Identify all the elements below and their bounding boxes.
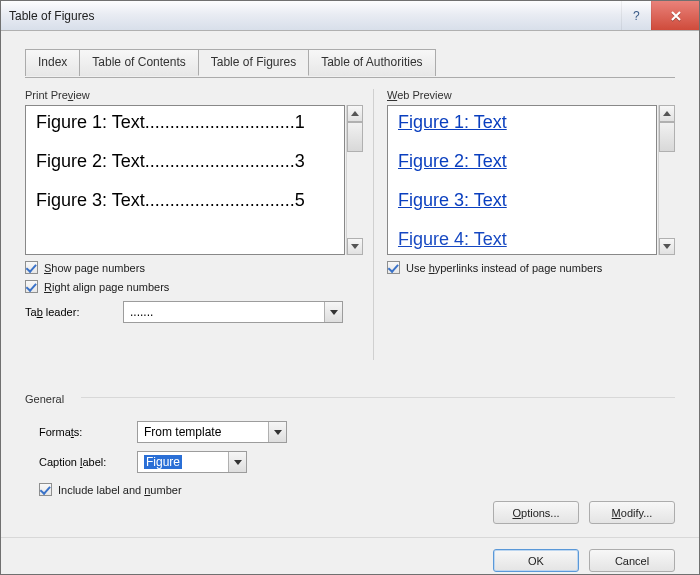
formats-select[interactable]: From template — [137, 421, 287, 443]
scroll-down-button[interactable] — [659, 238, 675, 255]
print-preview-wrap: Figure 1: Text..........................… — [25, 105, 363, 255]
scroll-up-button[interactable] — [347, 105, 363, 122]
tab-index[interactable]: Index — [25, 49, 80, 76]
close-icon — [670, 10, 682, 22]
checkbox-label: Use hyperlinks instead of page numbers — [406, 262, 602, 274]
titlebar: Table of Figures ? — [1, 1, 699, 31]
web-preview-wrap: Figure 1: Text Figure 2: Text Figure 3: … — [387, 105, 675, 255]
web-preview-label: Web Preview — [387, 89, 675, 101]
tab-table-of-contents[interactable]: Table of Contents — [79, 49, 198, 76]
tab-strip: Index Table of Contents Table of Figures… — [25, 49, 675, 76]
print-preview-label: Print Preview — [25, 89, 363, 101]
general-label: General — [25, 393, 64, 405]
window-title: Table of Figures — [9, 9, 621, 23]
checkbox-label: Right align page numbers — [44, 281, 169, 293]
show-page-numbers-checkbox[interactable]: Show page numbers — [25, 261, 363, 274]
options-button[interactable]: Options... — [493, 501, 579, 524]
scroll-thumb[interactable] — [347, 122, 363, 152]
cancel-button[interactable]: Cancel — [589, 549, 675, 572]
svg-text:?: ? — [633, 9, 640, 23]
web-scrollbar[interactable] — [658, 105, 675, 255]
vertical-divider — [373, 89, 374, 360]
print-scrollbar[interactable] — [346, 105, 363, 255]
tab-bottom-line — [25, 77, 675, 78]
scroll-thumb[interactable] — [659, 122, 675, 152]
use-hyperlinks-checkbox[interactable]: Use hyperlinks instead of page numbers — [387, 261, 675, 274]
tab-leader-label: Tab leader: — [25, 306, 115, 318]
general-body: Formats: From template Caption label: Fi… — [25, 421, 675, 496]
print-entry: Figure 1: Text..........................… — [32, 110, 338, 135]
right-align-checkbox[interactable]: Right align page numbers — [25, 280, 363, 293]
tab-leader-row: Tab leader: ....... — [25, 301, 363, 323]
caption-label-row: Caption label: Figure — [39, 451, 675, 473]
options-modify-row: Options... Modify... — [493, 501, 675, 524]
caption-label-label: Caption label: — [39, 456, 129, 468]
content-area: Index Table of Contents Table of Figures… — [1, 31, 699, 574]
tab-leader-select[interactable]: ....... — [123, 301, 343, 323]
scroll-up-button[interactable] — [659, 105, 675, 122]
checkbox-icon — [25, 261, 38, 274]
chevron-down-icon — [228, 452, 246, 472]
checkbox-icon — [387, 261, 400, 274]
ok-button[interactable]: OK — [493, 549, 579, 572]
tab-panel: Print Preview Figure 1: Text............… — [25, 89, 675, 560]
web-entry: Figure 1: Text — [394, 110, 650, 135]
include-label-checkbox[interactable]: Include label and number — [39, 483, 675, 496]
tab-table-of-figures[interactable]: Table of Figures — [198, 49, 309, 76]
checkbox-label: Show page numbers — [44, 262, 145, 274]
print-preview-section: Print Preview Figure 1: Text............… — [25, 89, 363, 323]
web-preview-box: Figure 1: Text Figure 2: Text Figure 3: … — [387, 105, 657, 255]
caption-label-select[interactable]: Figure — [137, 451, 247, 473]
scroll-down-button[interactable] — [347, 238, 363, 255]
formats-label: Formats: — [39, 426, 129, 438]
tab-table-of-authorities[interactable]: Table of Authorities — [308, 49, 435, 76]
close-button[interactable] — [651, 1, 699, 30]
checkbox-icon — [39, 483, 52, 496]
checkbox-icon — [25, 280, 38, 293]
separator-line — [81, 397, 675, 398]
print-entry: Figure 3: Text..........................… — [32, 188, 338, 213]
general-section: General Formats: From template Caption l… — [25, 389, 675, 496]
help-button[interactable]: ? — [621, 1, 651, 30]
chevron-down-icon — [268, 422, 286, 442]
formats-row: Formats: From template — [39, 421, 675, 443]
chevron-down-icon — [324, 302, 342, 322]
print-preview-box: Figure 1: Text..........................… — [25, 105, 345, 255]
dialog-window: Table of Figures ? Index Table of Conten… — [0, 0, 700, 575]
web-entry: Figure 3: Text — [394, 188, 650, 213]
modify-button[interactable]: Modify... — [589, 501, 675, 524]
checkbox-label: Include label and number — [58, 484, 182, 496]
print-entry: Figure 2: Text..........................… — [32, 149, 338, 174]
separator-line — [1, 537, 699, 538]
web-preview-section: Web Preview Figure 1: Text Figure 2: Tex… — [387, 89, 675, 274]
help-icon: ? — [630, 9, 644, 23]
window-controls: ? — [621, 1, 699, 30]
web-entry: Figure 4: Text — [394, 227, 650, 252]
ok-cancel-row: OK Cancel — [493, 549, 675, 572]
web-entry: Figure 2: Text — [394, 149, 650, 174]
